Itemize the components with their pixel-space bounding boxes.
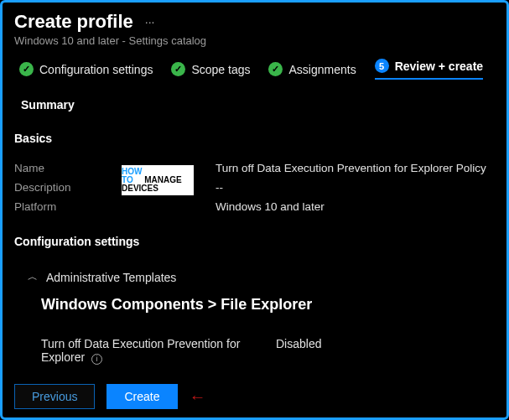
basics-heading: Basics xyxy=(3,117,506,152)
setting-row: Turn off Data Execution Prevention for E… xyxy=(3,329,506,365)
watermark-logo: HOWTO MANAGE DEVICES xyxy=(120,163,195,197)
value-description: -- xyxy=(216,181,495,194)
expander-label: Administrative Templates xyxy=(46,271,176,284)
step-assignments[interactable]: ✓ Assignments xyxy=(268,62,356,76)
check-icon: ✓ xyxy=(19,62,34,76)
check-icon: ✓ xyxy=(171,62,185,76)
step-label: Configuration settings xyxy=(39,63,153,76)
wizard-steps: ✓ Configuration settings ✓ Scope tags ✓ … xyxy=(3,55,506,86)
more-actions-icon[interactable]: ··· xyxy=(145,15,155,29)
setting-value: Disabled xyxy=(276,337,321,365)
step-label: Assignments xyxy=(288,63,356,76)
table-row: Platform Windows 10 and later xyxy=(14,197,495,216)
label-platform: Platform xyxy=(14,200,216,213)
step-number-icon: 5 xyxy=(375,59,389,73)
step-label: Scope tags xyxy=(191,63,250,76)
setting-label: Turn off Data Execution Prevention for E… xyxy=(41,337,276,365)
value-platform: Windows 10 and later xyxy=(216,200,495,213)
previous-button[interactable]: Previous xyxy=(14,384,95,409)
page-title: Create profile xyxy=(14,11,133,33)
step-configuration-settings[interactable]: ✓ Configuration settings xyxy=(19,62,153,76)
chevron-up-icon: ︿ xyxy=(28,270,38,284)
summary-heading: Summary xyxy=(3,86,506,117)
create-button[interactable]: Create xyxy=(106,384,177,409)
basics-grid: Name Turn off Data Execution Prevention … xyxy=(3,152,506,220)
step-label: Review + create xyxy=(395,60,483,73)
info-icon[interactable]: i xyxy=(91,354,102,365)
footer-actions: Previous Create ← xyxy=(14,384,206,409)
breadcrumb: Windows Components > File Explorer xyxy=(3,289,506,329)
arrow-left-icon: ← xyxy=(190,387,206,407)
table-row: Description -- xyxy=(14,178,495,197)
table-row: Name Turn off Data Execution Prevention … xyxy=(14,158,495,178)
admin-templates-expander[interactable]: ︿ Administrative Templates xyxy=(3,255,506,289)
step-review-create[interactable]: 5 Review + create xyxy=(375,59,483,80)
value-name: Turn off Data Execution Prevention for E… xyxy=(216,162,495,174)
check-icon: ✓ xyxy=(268,62,283,76)
step-scope-tags[interactable]: ✓ Scope tags xyxy=(171,62,250,76)
page-subtitle: Windows 10 and later - Settings catalog xyxy=(3,33,506,55)
configuration-settings-heading: Configuration settings xyxy=(3,220,506,255)
